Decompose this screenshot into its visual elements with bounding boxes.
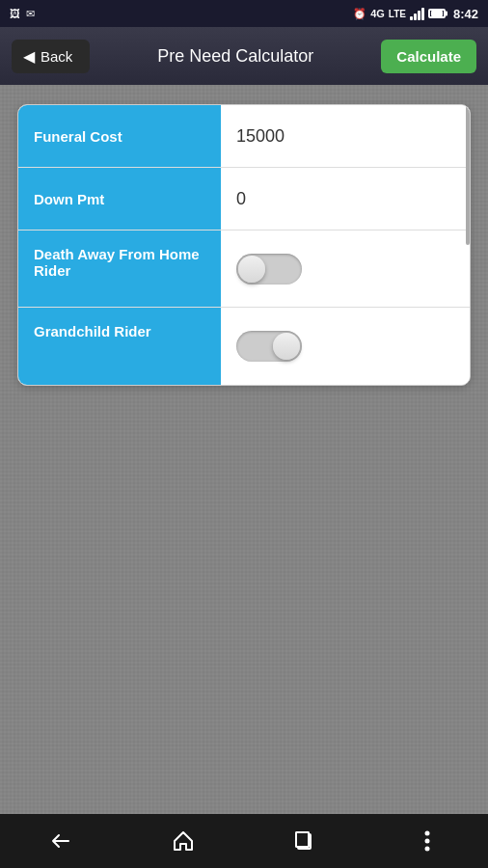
grandchild-toggle-container: [221, 308, 470, 385]
home-nav-icon: [172, 829, 195, 853]
signal-bar-2: [414, 14, 417, 20]
menu-nav-button[interactable]: [403, 822, 451, 860]
death-away-label: Death Away From Home Rider: [18, 231, 221, 307]
back-button[interactable]: ◀ Back: [12, 40, 90, 73]
grandchild-toggle[interactable]: [236, 331, 302, 362]
svg-point-3: [424, 831, 429, 836]
network-indicator: 4G: [370, 8, 385, 19]
mail-icon: ✉: [26, 8, 35, 20]
menu-nav-icon: [424, 829, 430, 853]
svg-point-5: [424, 847, 429, 852]
death-away-toggle-thumb: [238, 256, 265, 283]
funeral-cost-row: Funeral Cost: [18, 105, 470, 168]
grandchild-toggle-thumb: [273, 333, 300, 360]
grandchild-row: Grandchild Rider: [18, 308, 470, 385]
grandchild-toggle-track: [236, 331, 302, 362]
nav-title: Pre Need Calculator: [90, 46, 381, 67]
back-nav-icon: [49, 829, 72, 853]
down-pmt-label: Down Pmt: [18, 168, 221, 230]
time-display: 8:42: [453, 7, 478, 21]
funeral-cost-input[interactable]: [236, 126, 454, 147]
down-pmt-row: Down Pmt: [18, 168, 470, 231]
calculate-button[interactable]: Calculate: [381, 40, 476, 73]
death-away-row: Death Away From Home Rider: [18, 231, 470, 308]
battery-icon: [428, 9, 446, 18]
signal-bar-4: [421, 8, 424, 20]
form-card: Funeral Cost Down Pmt Death Away From Ho…: [17, 104, 471, 386]
svg-rect-1: [296, 832, 309, 847]
image-icon: 🖼: [10, 8, 20, 19]
status-bar: 🖼 ✉ ⏰ 4G LTE 8:42: [0, 0, 488, 27]
funeral-cost-label: Funeral Cost: [18, 105, 221, 167]
death-away-toggle[interactable]: [236, 254, 302, 285]
recents-nav-icon: [293, 829, 316, 853]
funeral-cost-value[interactable]: [221, 105, 470, 167]
battery-fill: [431, 11, 443, 16]
down-pmt-value[interactable]: [221, 168, 470, 230]
signal-bar-3: [418, 11, 420, 20]
recents-nav-button[interactable]: [281, 822, 329, 860]
home-nav-button[interactable]: [159, 822, 207, 860]
signal-bar-1: [410, 16, 413, 20]
main-content: Funeral Cost Down Pmt Death Away From Ho…: [0, 85, 488, 814]
svg-point-4: [424, 839, 429, 844]
back-nav-button[interactable]: [37, 822, 85, 860]
down-pmt-input[interactable]: [236, 189, 454, 209]
alarm-icon: ⏰: [353, 8, 366, 20]
back-arrow-icon: ◀: [23, 47, 35, 66]
grandchild-label: Grandchild Rider: [18, 308, 221, 385]
back-label: Back: [41, 48, 72, 65]
death-away-toggle-track: [236, 254, 302, 285]
nav-bar: ◀ Back Pre Need Calculator Calculate: [0, 27, 488, 85]
bottom-nav: [0, 814, 488, 868]
death-away-toggle-container: [221, 231, 470, 307]
lte-indicator: LTE: [389, 9, 406, 19]
status-left-icons: 🖼 ✉: [10, 8, 349, 20]
status-right: ⏰ 4G LTE 8:42: [353, 7, 478, 21]
signal-bars: [410, 7, 424, 20]
